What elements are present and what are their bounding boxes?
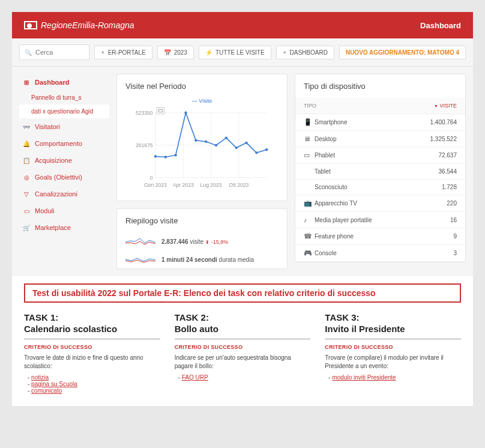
device-row[interactable]: 🖥Desktop1.325.522 bbox=[295, 131, 465, 147]
sidebar-item-marketplace[interactable]: 🛒 Marketplace bbox=[19, 219, 109, 236]
devices-card: Tipo di dispositivo TIPO ▼ VISITE 📱Smart… bbox=[295, 74, 466, 262]
sidebar-item-funnels[interactable]: ▽ Canalizzazioni bbox=[19, 186, 109, 202]
tasks-grid: TASK 1:Calendario scolasticoCRITERIO DI … bbox=[24, 312, 461, 394]
sidebar-item-behavior[interactable]: 🔔 Comportamento bbox=[19, 135, 109, 152]
funnel-icon: ⚡ bbox=[205, 49, 212, 56]
device-value: 36.544 bbox=[438, 168, 457, 175]
crumb-dashboard[interactable]: ▼DASHBOARD bbox=[276, 46, 334, 59]
device-row[interactable]: Tablet36.544 bbox=[295, 164, 465, 180]
task-links: modulo inviti Presidente bbox=[325, 374, 461, 381]
svg-point-12 bbox=[205, 141, 207, 143]
svg-point-10 bbox=[184, 112, 187, 114]
device-value: 16 bbox=[450, 217, 457, 223]
col-visits[interactable]: ▼ VISITE bbox=[434, 103, 457, 109]
search-input[interactable] bbox=[35, 49, 84, 56]
brand-text: RegioneEmilia-Romagna bbox=[41, 20, 134, 30]
stat-value: 1 minuti 24 secondi bbox=[161, 256, 217, 263]
devices-title: Tipo di dispositivo bbox=[295, 74, 465, 98]
sidebar-item-label: Comportamento bbox=[35, 140, 82, 147]
chart-expand-icon[interactable] bbox=[157, 107, 164, 114]
sidebar-item-dashboard[interactable]: ⊞ Dashboard bbox=[19, 74, 109, 91]
task-col: TASK 2:Bollo autoCRITERIO DI SUCCESSOInd… bbox=[175, 312, 311, 394]
y-tick: 523350 bbox=[136, 110, 153, 116]
line-chart[interactable]: 523350 261675 0 Gen 2023 Apr 2023 Lug 20… bbox=[125, 106, 279, 190]
search-box[interactable] bbox=[19, 44, 89, 60]
device-name: Media player portatile bbox=[315, 217, 450, 223]
logo-icon bbox=[24, 21, 37, 29]
svg-point-11 bbox=[194, 139, 197, 142]
update-notice[interactable]: NUOVO AGGIORNAMENTO: MATOMO 4 bbox=[339, 46, 466, 59]
col-left: Visite nel Periodo — Visite bbox=[116, 74, 288, 269]
y-tick: 0 bbox=[150, 175, 153, 181]
device-row[interactable]: ☎Feature phone9 bbox=[295, 228, 465, 245]
sidebar-item-label: Goals (Obiettivi) bbox=[35, 174, 82, 181]
task-link[interactable]: modulo inviti Presidente bbox=[332, 374, 396, 381]
sidebar: ⊞ Dashboard Pannello di turra_s dati x q… bbox=[19, 74, 109, 269]
svg-point-15 bbox=[235, 147, 238, 149]
device-row[interactable]: Sconosciuto1.728 bbox=[295, 180, 465, 195]
sidebar-item-label: Moduli bbox=[35, 207, 54, 214]
target-icon: ◎ bbox=[23, 174, 30, 181]
sidebar-sub-agid[interactable]: dati x questionario Agid bbox=[19, 104, 109, 118]
device-row[interactable]: 📺Apparecchio TV220 bbox=[295, 195, 465, 212]
device-row[interactable]: 🎮Console3 bbox=[295, 245, 465, 262]
svg-point-18 bbox=[265, 148, 268, 151]
task-criterion-label: CRITERIO DI SUCCESSO bbox=[175, 344, 311, 350]
task-desc: Trovare (e compilare) il modulo per invi… bbox=[325, 354, 461, 371]
device-name: Phablet bbox=[315, 152, 438, 159]
device-icon: 📺 bbox=[304, 199, 315, 207]
sidebar-item-goals[interactable]: ◎ Goals (Obiettivi) bbox=[19, 169, 109, 186]
sparkline-icon bbox=[125, 254, 155, 265]
device-row[interactable]: ▭Phablet72.637 bbox=[295, 147, 465, 164]
svg-point-8 bbox=[164, 156, 167, 158]
device-rows: 📱Smartphone1.400.764🖥Desktop1.325.522▭Ph… bbox=[295, 114, 465, 262]
chart-area: — Visite 523350 261675 bbox=[117, 98, 287, 201]
sidebar-item-acquisition[interactable]: 📋 Acquisizione bbox=[19, 152, 109, 169]
svg-point-17 bbox=[255, 151, 258, 154]
devices-header: TIPO ▼ VISITE bbox=[295, 98, 465, 114]
device-value: 72.637 bbox=[438, 152, 457, 159]
x-tick: Apr 2023 bbox=[173, 182, 194, 188]
task-links: notiziapagina su Scuolacomunicato bbox=[24, 374, 160, 394]
crumb-portal[interactable]: ▼ER-PORTALE bbox=[94, 46, 152, 59]
task-link[interactable]: notizia bbox=[31, 374, 49, 381]
task-criterion-label: CRITERIO DI SUCCESSO bbox=[325, 344, 461, 350]
device-name: Feature phone bbox=[315, 233, 453, 240]
crumb-year[interactable]: 📅2023 bbox=[157, 46, 194, 59]
divider bbox=[24, 339, 160, 339]
sidebar-item-modules[interactable]: ▭ Moduli bbox=[19, 202, 109, 219]
summary-row: 2.837.446 visite ⬇ -15,8% bbox=[117, 232, 287, 250]
task-title: TASK 2:Bollo auto bbox=[175, 312, 311, 335]
svg-point-9 bbox=[174, 154, 176, 156]
sidebar-item-label: Visitatori bbox=[35, 123, 60, 130]
svg-point-16 bbox=[245, 142, 247, 144]
svg-point-13 bbox=[215, 144, 217, 147]
device-name: Apparecchio TV bbox=[315, 200, 447, 207]
header-nav-dashboard[interactable]: Dashboard bbox=[420, 21, 461, 30]
sidebar-item-label: Canalizzazioni bbox=[35, 190, 77, 198]
crumb-visits[interactable]: ⚡TUTTE LE VISITE bbox=[199, 46, 271, 59]
col-right: Tipo di dispositivo TIPO ▼ VISITE 📱Smart… bbox=[295, 74, 466, 269]
sidebar-sub-panel[interactable]: Pannello di turra_s bbox=[19, 91, 109, 104]
app-window: RegioneEmilia-Romagna Dashboard ▼ER-PORT… bbox=[12, 12, 473, 406]
x-tick: Lug 2023 bbox=[200, 182, 222, 188]
task-title: TASK 1:Calendario scolastico bbox=[24, 312, 160, 335]
task-link[interactable]: pagina su Scuola bbox=[31, 381, 77, 387]
content: Visite nel Periodo — Visite bbox=[116, 74, 466, 269]
toolbar: ▼ER-PORTALE 📅2023 ⚡TUTTE LE VISITE ▼DASH… bbox=[12, 38, 473, 67]
stat-value: 2.837.446 bbox=[161, 238, 188, 245]
device-row[interactable]: 📱Smartphone1.400.764 bbox=[295, 114, 465, 131]
clipboard-icon: 📋 bbox=[23, 157, 30, 164]
svg-point-7 bbox=[154, 155, 157, 157]
device-row[interactable]: ♪Media player portatile16 bbox=[295, 212, 465, 228]
arrow-down-icon: ⬇ bbox=[205, 240, 209, 245]
device-name: Smartphone bbox=[315, 119, 430, 126]
stat-change: -15,8% bbox=[211, 239, 229, 245]
sidebar-item-visitors[interactable]: 👓 Visitatori bbox=[19, 118, 109, 135]
x-tick: Gen 2023 bbox=[144, 182, 167, 188]
task-link[interactable]: comunicato bbox=[31, 387, 62, 394]
task-link[interactable]: FAQ URP bbox=[182, 374, 208, 381]
col-type: TIPO bbox=[304, 103, 316, 109]
module-icon: ▭ bbox=[23, 207, 30, 214]
sidebar-item-label: Marketplace bbox=[35, 224, 71, 231]
